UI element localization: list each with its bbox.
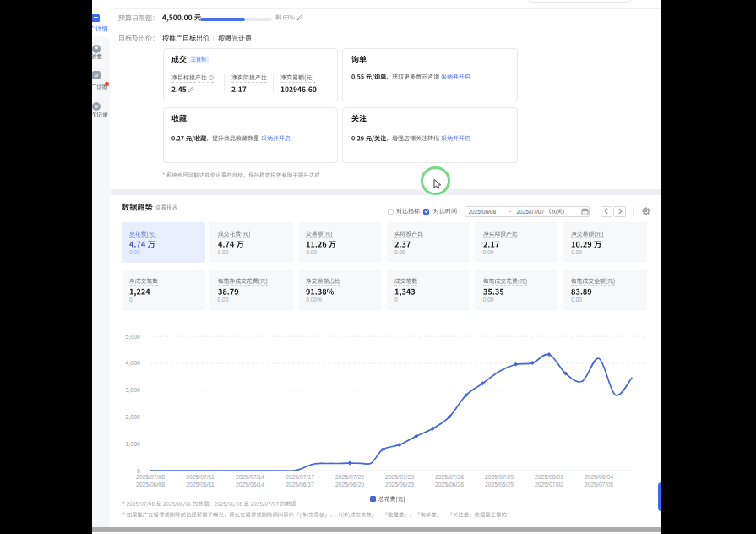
svg-text:2025/06/20: 2025/06/20	[335, 482, 364, 488]
svg-text:2025/07/20: 2025/07/20	[335, 474, 364, 480]
svg-text:2,000: 2,000	[125, 414, 140, 420]
svg-text:2025/06/29: 2025/06/29	[485, 482, 514, 488]
svg-text:0: 0	[137, 468, 140, 474]
svg-text:5,000: 5,000	[125, 334, 140, 340]
svg-text:3,000: 3,000	[125, 387, 140, 393]
svg-text:4,000: 4,000	[125, 360, 140, 366]
svg-text:2025/06/11: 2025/06/11	[186, 482, 215, 488]
svg-text:2025/06/23: 2025/06/23	[385, 482, 414, 488]
svg-text:2025/07/29: 2025/07/29	[485, 474, 514, 480]
svg-text:2025/08/01: 2025/08/01	[535, 474, 563, 480]
svg-text:2025/07/08: 2025/07/08	[136, 474, 165, 480]
svg-text:2025/08/04: 2025/08/04	[585, 474, 613, 480]
svg-text:2025/06/26: 2025/06/26	[435, 482, 464, 488]
svg-text:2025/07/17: 2025/07/17	[286, 474, 314, 480]
svg-text:2025/06/08: 2025/06/08	[136, 482, 165, 488]
svg-text:2025/07/11: 2025/07/11	[186, 474, 215, 480]
svg-text:2025/07/02: 2025/07/02	[535, 482, 563, 488]
svg-text:2025/07/23: 2025/07/23	[385, 474, 414, 480]
svg-text:2025/06/17: 2025/06/17	[286, 482, 314, 488]
svg-text:2025/06/14: 2025/06/14	[236, 482, 264, 488]
svg-text:2025/07/05: 2025/07/05	[585, 482, 613, 488]
svg-text:1,000: 1,000	[125, 441, 140, 447]
svg-text:2025/07/26: 2025/07/26	[435, 474, 464, 480]
svg-text:2025/07/14: 2025/07/14	[236, 474, 264, 480]
